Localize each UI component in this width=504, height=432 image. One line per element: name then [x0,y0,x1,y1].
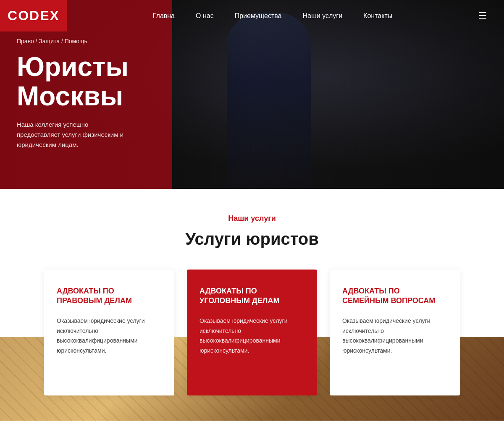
card-family[interactable]: АДВОКАТЫ ПО СЕМЕЙНЫМ ВОПРОСАМ Оказываем … [330,270,460,395]
services-section: Наши услуги Услуги юристов [0,189,504,249]
cards-wrapper: АДВОКАТЫ ПО ПРАВОВЫМ ДЕЛАМ Оказываем юри… [0,270,504,421]
nav-services[interactable]: Наши услуги [302,12,342,20]
cards-container: АДВОКАТЫ ПО ПРАВОВЫМ ДЕЛАМ Оказываем юри… [0,270,504,421]
card-legal-title: АДВОКАТЫ ПО ПРАВОВЫМ ДЕЛАМ [57,286,162,306]
services-title: Услуги юристов [17,230,487,249]
card-legal-text: Оказываем юридические услуги исключитель… [57,316,162,356]
burger-menu-icon[interactable]: ☰ [478,10,487,22]
breadcrumb: Право / Защита / Помощь [17,38,160,45]
services-label: Наши услуги [17,214,487,223]
logo-text: CODEX [8,8,60,24]
logo-block[interactable]: CODEX [0,0,67,31]
nav-contacts[interactable]: Контакты [363,12,392,20]
hero-title: Юристы Москвы [17,52,160,111]
card-family-text: Оказываем юридические услуги исключитель… [342,316,447,356]
card-family-title: АДВОКАТЫ ПО СЕМЕЙНЫМ ВОПРОСАМ [342,286,447,306]
card-criminal-text: Оказываем юридические услуги исключитель… [200,316,304,356]
hero-description: Наша коллегия успешно предоставляет услу… [17,120,126,150]
header: CODEX Главна О нас Приемущества Наши усл… [0,0,504,31]
nav-about[interactable]: О нас [196,12,214,20]
main-nav: Главна О нас Приемущества Наши услуги Ко… [153,12,392,20]
card-legal[interactable]: АДВОКАТЫ ПО ПРАВОВЫМ ДЕЛАМ Оказываем юри… [44,270,174,395]
card-criminal[interactable]: АДВОКАТЫ ПО УГОЛОВНЫМ ДЕЛАМ Оказываем юр… [187,270,317,395]
nav-home[interactable]: Главна [153,12,175,20]
card-criminal-title: АДВОКАТЫ ПО УГОЛОВНЫМ ДЕЛАМ [200,286,304,306]
nav-advantages[interactable]: Приемущества [235,12,282,20]
